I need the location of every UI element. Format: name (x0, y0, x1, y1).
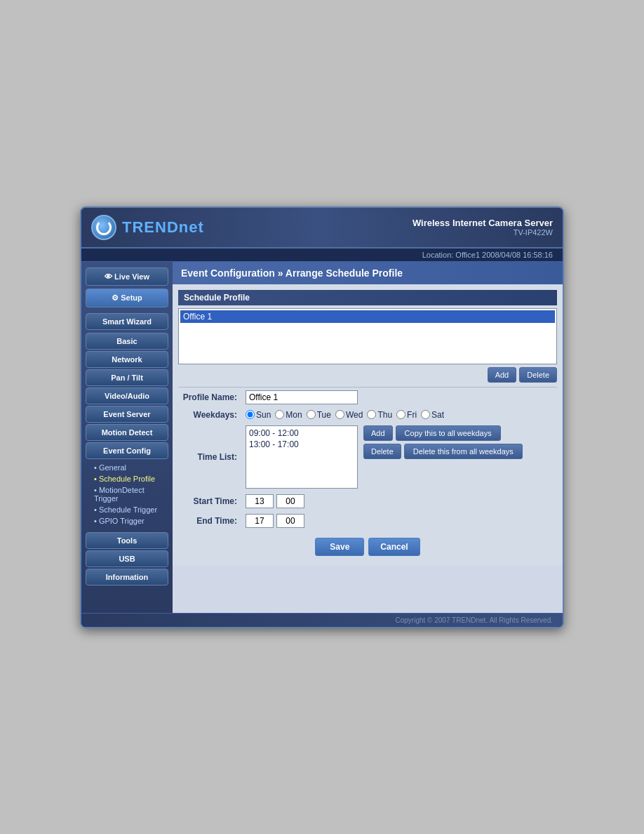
content-area: Event Configuration » Arrange Schedule P… (173, 262, 563, 613)
network-button[interactable]: Network (86, 351, 168, 368)
weekday-radios: Sun Mon Tue Wed (246, 410, 553, 420)
weekdays-label: Weekdays: (178, 407, 241, 423)
sidebar-item-general[interactable]: • General (88, 462, 166, 473)
time-action-buttons: Add Copy this to all weekdays Delete Del… (363, 425, 523, 459)
header-right: Wireless Internet Camera Server TV-IP422… (412, 218, 553, 237)
end-time-hour-input[interactable] (246, 514, 274, 528)
camera-icon: 👁 (105, 272, 112, 281)
time-list-cell: 09:00 - 12:00 13:00 - 17:00 Add Copy thi… (241, 423, 557, 491)
delete-from-weekdays-button[interactable]: Delete this from all weekdays (404, 444, 523, 459)
sidebar-section-smart-wizard: Smart Wizard (86, 313, 168, 330)
start-time-label: Start Time: (178, 491, 241, 511)
radio-mon[interactable]: Mon (275, 410, 302, 420)
radio-sat[interactable]: Sat (421, 410, 444, 420)
radio-sun[interactable]: Sun (246, 410, 271, 420)
end-time-row: End Time: (178, 511, 557, 531)
logo-area: TRENDnet (91, 215, 204, 240)
information-button[interactable]: Information (86, 569, 168, 585)
time-list-label: Time List: (178, 423, 241, 491)
profile-name-cell (241, 388, 557, 407)
start-time-row: Start Time: (178, 491, 557, 511)
form-table: Profile Name: Weekdays: Sun (178, 388, 557, 531)
end-time-label: End Time: (178, 511, 241, 531)
device-name: Wireless Internet Camera Server (412, 218, 553, 228)
radio-thu[interactable]: Thu (367, 410, 392, 420)
page-title: Event Configuration » Arrange Schedule P… (173, 262, 563, 284)
save-button[interactable]: Save (315, 538, 364, 556)
device-model: TV-IP422W (412, 228, 553, 237)
weekdays-row: Weekdays: Sun Mon (178, 407, 557, 423)
start-time-min-input[interactable] (276, 494, 304, 508)
body-layout: 👁 Live View ⚙ Setup Smart Wizard Basic N… (81, 262, 563, 613)
profile-name-label: Profile Name: (178, 388, 241, 407)
motion-detect-button[interactable]: Motion Detect (86, 424, 168, 441)
save-cancel-row: Save Cancel (178, 534, 557, 560)
list-item[interactable]: 09:00 - 12:00 (248, 428, 356, 439)
event-config-button[interactable]: Event Config (86, 442, 168, 459)
start-time-hour-input[interactable] (246, 494, 274, 508)
schedule-profile-list[interactable]: Office 1 (178, 308, 557, 364)
video-audio-button[interactable]: Video/Audio (86, 388, 168, 404)
tools-button[interactable]: Tools (86, 532, 168, 549)
event-server-button[interactable]: Event Server (86, 406, 168, 423)
live-view-button[interactable]: 👁 Live View (86, 267, 168, 286)
usb-button[interactable]: USB (86, 550, 168, 567)
list-item[interactable]: 13:00 - 17:00 (248, 439, 356, 450)
time-list-box[interactable]: 09:00 - 12:00 13:00 - 17:00 (246, 425, 358, 489)
list-item[interactable]: Office 1 (180, 310, 555, 323)
start-time-cell (241, 491, 557, 511)
add-delete-row: Add Delete (178, 367, 557, 383)
content-body: Schedule Profile Office 1 Add Delete (173, 284, 563, 566)
radio-fri[interactable]: Fri (396, 410, 417, 420)
end-time-min-input[interactable] (276, 514, 304, 528)
footer: Copyright © 2007 TRENDnet. All Rights Re… (81, 613, 563, 627)
radio-tue[interactable]: Tue (307, 410, 331, 420)
add-profile-button[interactable]: Add (488, 367, 517, 383)
cancel-button[interactable]: Cancel (368, 538, 420, 556)
basic-button[interactable]: Basic (86, 333, 168, 350)
section-header: Schedule Profile (178, 290, 557, 305)
add-time-button[interactable]: Add (363, 425, 393, 441)
sidebar: 👁 Live View ⚙ Setup Smart Wizard Basic N… (81, 262, 173, 613)
weekdays-cell: Sun Mon Tue Wed (241, 407, 557, 423)
copy-to-weekdays-button[interactable]: Copy this to all weekdays (396, 425, 501, 441)
sidebar-item-schedule-trigger[interactable]: • Schedule Trigger (88, 504, 166, 515)
location-bar: Location: Office1 2008/04/08 16:58:16 (81, 249, 563, 262)
setup-button[interactable]: ⚙ Setup (86, 289, 168, 307)
smart-wizard-button[interactable]: Smart Wizard (86, 313, 168, 330)
sidebar-item-schedule-profile[interactable]: • Schedule Profile (88, 473, 166, 484)
end-time-cell (241, 511, 557, 531)
profile-name-input[interactable] (246, 390, 358, 404)
logo-text: TRENDnet (122, 218, 204, 237)
header: TRENDnet Wireless Internet Camera Server… (81, 208, 563, 249)
event-config-sub-items: • General • Schedule Profile • MotionDet… (86, 461, 168, 528)
profile-name-row: Profile Name: (178, 388, 557, 407)
logo-icon (91, 215, 116, 240)
time-list-row: Time List: 09:00 - 12:00 13:00 - 17:00 (178, 423, 557, 491)
pan-tilt-button[interactable]: Pan / Tilt (86, 369, 168, 386)
delete-time-button[interactable]: Delete (363, 444, 401, 459)
sidebar-item-motion-trigger[interactable]: • MotionDetect Trigger (88, 484, 166, 504)
delete-profile-button[interactable]: Delete (519, 367, 557, 383)
sidebar-item-gpio-trigger[interactable]: • GPIO Trigger (88, 515, 166, 527)
radio-wed[interactable]: Wed (335, 410, 363, 420)
